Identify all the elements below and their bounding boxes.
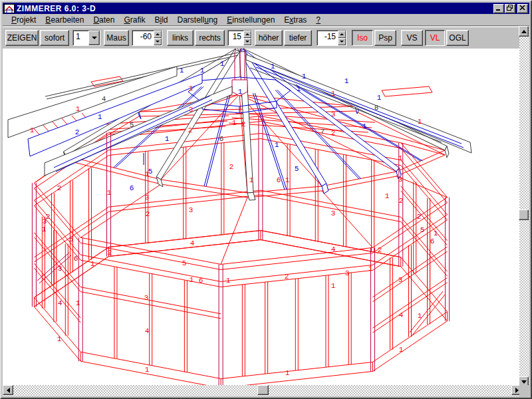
part-label: 5 [295, 165, 299, 173]
part-label: 4 [145, 327, 150, 335]
restore-button[interactable] [505, 4, 515, 13]
toolbar-tilt-value[interactable]: -15 [317, 30, 346, 46]
down-arrow-icon [521, 380, 527, 384]
scroll-left-button[interactable] [3, 385, 13, 395]
toolbar: ZEIGENsofort1Maus-60linksrechts15höherti… [3, 27, 522, 49]
toolbar-height-value[interactable]: 15 [227, 30, 252, 46]
toolbar-rechts[interactable]: rechts [195, 30, 225, 46]
vertical-scroll-thumb[interactable] [519, 209, 529, 220]
rotate-value-spinner[interactable] [154, 31, 162, 45]
part-label: 2 [108, 249, 112, 257]
part-label: 2 [285, 273, 289, 281]
tilt-value-spinner[interactable] [338, 31, 346, 45]
part-label: 2 [75, 128, 80, 136]
part-label: 1 [302, 72, 307, 80]
part-label: 1 [249, 176, 254, 184]
app-icon [4, 4, 15, 13]
toolbar-vl[interactable]: VL [425, 30, 445, 46]
part-label: 6 [277, 176, 281, 184]
toolbar-psp[interactable]: Psp [374, 30, 396, 46]
part-label: 4 [190, 239, 195, 247]
part-label: 3 [43, 217, 47, 225]
window-title: ZIMMERER 6.0: 3-D [17, 4, 96, 13]
part-label: 6 [130, 184, 134, 192]
menu-item-daten[interactable]: Daten [88, 15, 119, 25]
toolbar-maus[interactable]: Maus [104, 30, 129, 46]
toolbar-iso[interactable]: Iso [352, 30, 373, 46]
toolbar-hoeher[interactable]: höher [255, 30, 283, 46]
part-label: 1 [418, 312, 422, 320]
menu-bar: ProjektBearbeitenDatenGrafikBildDarstell… [3, 14, 529, 26]
part-label: 2 [188, 126, 193, 134]
menu-item-bearbeiten[interactable]: Bearbeiten [41, 15, 88, 25]
menu-item-extras[interactable]: Extras [279, 15, 311, 25]
part-label: 3 [398, 276, 403, 284]
part-label: 5 [130, 121, 134, 129]
toolbar-ogl[interactable]: OGL [446, 30, 469, 46]
left-arrow-icon [7, 388, 10, 393]
drawing-canvas[interactable]: 1111111111111255645678111113221232161211… [3, 49, 522, 387]
part-label: 1 [362, 122, 367, 130]
part-label: 1 [165, 135, 170, 143]
menu-item-einstellungen[interactable]: Einstellungen [222, 15, 279, 25]
part-label: 1 [220, 60, 225, 68]
title-bar[interactable]: ZIMMERER 6.0: 3-D [3, 3, 529, 14]
part-label: 1 [98, 113, 102, 121]
menu-item-grafik[interactable]: Grafik [119, 15, 150, 25]
part-label: 1 [30, 126, 35, 134]
part-label: 2 [399, 197, 404, 205]
scrollbar-corner [519, 385, 529, 396]
part-label: 2 [57, 184, 62, 192]
part-label: 1 [285, 176, 290, 184]
view-number-value: 1 [73, 31, 88, 45]
scroll-up-button[interactable] [519, 26, 529, 37]
vertical-scrollbar[interactable] [519, 26, 529, 387]
part-label: 2 [331, 129, 336, 137]
part-label: 1 [331, 90, 336, 98]
part-label: 3 [398, 176, 403, 184]
part-label: 4 [399, 311, 404, 319]
toolbar-vs[interactable]: VS [401, 30, 423, 46]
height-value-spinner[interactable] [243, 31, 251, 45]
part-label: 4 [102, 95, 106, 103]
horizontal-scrollbar[interactable] [3, 385, 522, 396]
right-arrow-icon [515, 388, 519, 393]
part-label: 3 [331, 209, 336, 217]
menu-item-projekt[interactable]: Projekt [7, 15, 41, 25]
part-label: 1 [238, 88, 243, 96]
part-label: 1 [42, 225, 47, 233]
horizontal-scroll-thumb[interactable] [257, 385, 269, 395]
part-label: 1 [57, 335, 62, 343]
menu-item-bild[interactable]: Bild [150, 15, 172, 25]
part-label: 2 [378, 246, 382, 254]
part-label: 3 [189, 206, 194, 214]
toolbar-links[interactable]: links [167, 30, 194, 46]
part-label: 1 [107, 189, 112, 197]
part-label: 3 [345, 269, 350, 277]
minimize-button[interactable] [493, 4, 504, 13]
part-label: 2 [241, 120, 246, 128]
height-value: 15 [228, 31, 243, 45]
part-label: 1 [285, 369, 290, 377]
toolbar-tiefer[interactable]: tiefer [284, 30, 312, 46]
part-label: 1 [76, 299, 80, 307]
toolbar-view-number[interactable]: 1 [72, 30, 100, 46]
dropdown-arrow-icon[interactable] [88, 31, 100, 45]
part-label: 4 [331, 245, 336, 253]
part-label: 3 [58, 265, 63, 273]
part-label: 1 [377, 94, 382, 102]
menu-item-darstellung[interactable]: Darstellung [173, 15, 223, 25]
part-label: 6 [430, 237, 435, 245]
part-label: 2 [146, 210, 150, 218]
3d-drawing: 1111111111111255645678111113221232161211… [3, 49, 522, 387]
part-label: 1 [418, 118, 422, 126]
tilt-value: -15 [317, 31, 338, 45]
close-button[interactable] [517, 4, 528, 13]
part-label: 1 [385, 192, 390, 200]
toolbar-rotate-value[interactable]: -60 [132, 30, 162, 46]
toolbar-zeigen[interactable]: ZEIGEN [5, 30, 39, 46]
toolbar-sofort[interactable]: sofort [40, 30, 69, 46]
menu-item-?[interactable]: ? [311, 15, 325, 25]
part-label: 7 [321, 128, 325, 136]
part-label: 5 [420, 226, 425, 234]
